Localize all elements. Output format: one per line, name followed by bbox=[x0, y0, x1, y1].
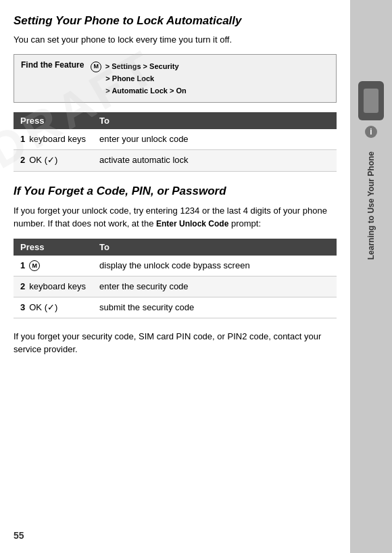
table-row: 1Mdisplay the unlock code bypass screen bbox=[14, 256, 337, 276]
find-feature-box: Find the Feature M > Settings > Security… bbox=[14, 54, 337, 103]
section2-body: If you forget your unlock code, try ente… bbox=[14, 204, 337, 231]
action-cell: submit the security code bbox=[93, 297, 337, 318]
section1-col1-header: Press bbox=[14, 112, 93, 129]
section2-table: Press To 1Mdisplay the unlock code bypas… bbox=[14, 239, 337, 319]
press-cell: 1M bbox=[14, 256, 93, 276]
press-cell: 2keyboard keys bbox=[14, 276, 93, 297]
section1-col2-header: To bbox=[93, 112, 337, 129]
section2-footer: If you forget your security code, SIM ca… bbox=[14, 331, 337, 355]
press-cell: 1keyboard keys bbox=[14, 129, 93, 150]
main-content: DRAFT Setting Your Phone to Lock Automat… bbox=[0, 0, 350, 553]
table-row: 2keyboard keysenter the security code bbox=[14, 276, 337, 297]
phone-icon-container: i bbox=[358, 81, 384, 138]
section1-intro: You can set your phone to lock every tim… bbox=[14, 34, 337, 46]
section2-col1-header: Press bbox=[14, 239, 93, 256]
sidebar-label: Learning to Use Your Phone bbox=[366, 151, 376, 260]
path-line3: > Automatic Lock > On bbox=[105, 87, 186, 95]
action-cell: enter the security code bbox=[93, 276, 337, 297]
section2-code-term: Enter Unlock Code bbox=[156, 219, 228, 229]
action-cell: enter your unlock code bbox=[93, 129, 337, 150]
info-badge-label: i bbox=[370, 127, 372, 137]
table-row: 1keyboard keysenter your unlock code bbox=[14, 129, 337, 150]
page-number: 55 bbox=[14, 530, 24, 541]
page-wrapper: DRAFT Setting Your Phone to Lock Automat… bbox=[0, 0, 392, 553]
info-badge: i bbox=[365, 126, 377, 138]
menu-icon-cell: M bbox=[29, 260, 40, 271]
find-feature-row: Find the Feature M > Settings > Security… bbox=[21, 60, 329, 97]
path-line2: > Phone Lock bbox=[105, 74, 154, 82]
section1-heading: Setting Your Phone to Lock Automatically bbox=[14, 14, 337, 28]
action-cell: activate automatic lock bbox=[93, 150, 337, 171]
menu-icon: M bbox=[91, 62, 101, 72]
table-row: 2OK (✓)activate automatic lock bbox=[14, 150, 337, 171]
right-sidebar: i Learning to Use Your Phone bbox=[350, 0, 392, 553]
section1-table: Press To 1keyboard keysenter your unlock… bbox=[14, 112, 337, 171]
table-row: 3OK (✓)submit the security code bbox=[14, 297, 337, 318]
find-feature-label: Find the Feature bbox=[21, 60, 84, 70]
find-feature-path: M > Settings > Security > Phone Lock > A… bbox=[91, 60, 186, 97]
section2-col2-header: To bbox=[93, 239, 337, 256]
action-cell: display the unlock code bypass screen bbox=[93, 256, 337, 276]
press-cell: 2OK (✓) bbox=[14, 150, 93, 171]
phone-icon bbox=[358, 81, 384, 120]
path-line1: > Settings > Security bbox=[105, 62, 179, 70]
section2-heading: If You Forget a Code, PIN, or Password bbox=[14, 184, 337, 199]
section2-body-text2: prompt: bbox=[228, 218, 261, 229]
press-cell: 3OK (✓) bbox=[14, 297, 93, 318]
